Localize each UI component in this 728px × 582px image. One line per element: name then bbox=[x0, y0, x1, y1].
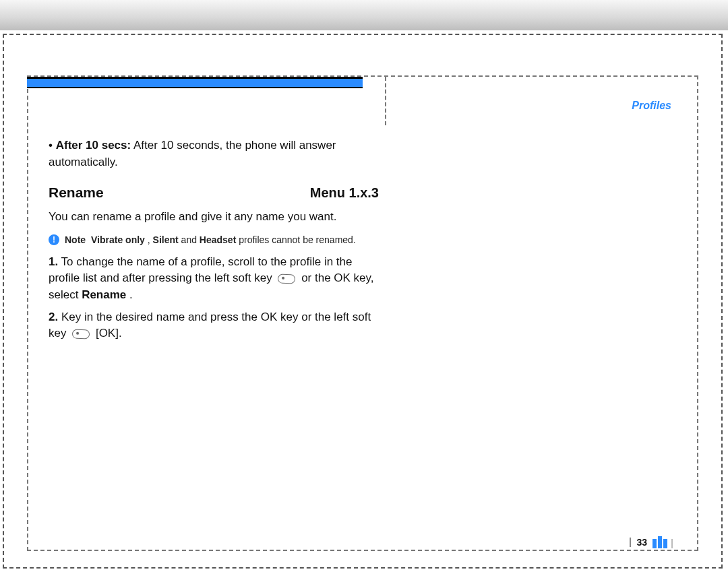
intro-paragraph: You can rename a profile and give it any… bbox=[49, 209, 379, 226]
softkey-icon bbox=[278, 273, 295, 284]
note-bold-1: Vibrate only bbox=[91, 234, 145, 245]
heading-menu-path: Menu 1.x.3 bbox=[310, 183, 379, 203]
note-bold-2: Silent bbox=[153, 234, 179, 245]
step-1-bold: Rename bbox=[82, 288, 126, 301]
column-divider bbox=[385, 77, 386, 125]
note-body: Note Vibrate only , Silent and Headset p… bbox=[65, 233, 356, 247]
step-2-num: 2. bbox=[49, 311, 58, 323]
heading-title: Rename bbox=[49, 183, 104, 203]
note-label: Note bbox=[65, 234, 86, 245]
bullet-lead: After 10 secs: bbox=[56, 139, 131, 152]
page-number: 33 bbox=[636, 537, 647, 548]
footer-divider-icon bbox=[630, 538, 631, 547]
bullet-after-10-secs: • After 10 secs: After 10 seconds, the p… bbox=[49, 137, 379, 170]
softkey-icon bbox=[72, 329, 90, 339]
note-block: ! Note Vibrate only , Silent and Headset… bbox=[49, 233, 379, 247]
heading-row: Rename Menu 1.x.3 bbox=[49, 183, 379, 203]
step-2: 2. Key in the desired name and press the… bbox=[49, 309, 379, 342]
page-footer: 33 bbox=[630, 536, 673, 548]
note-tail: profiles cannot be renamed. bbox=[239, 234, 356, 245]
note-sep-2: and bbox=[181, 234, 200, 245]
step-1-c: . bbox=[129, 288, 133, 301]
step-2-b: [OK]. bbox=[96, 327, 122, 340]
blue-header-bar bbox=[27, 77, 363, 88]
note-sep-1: , bbox=[148, 234, 153, 245]
bullet-mark: • bbox=[49, 139, 56, 152]
page-stage: Profiles • After 10 secs: After 10 secon… bbox=[0, 0, 728, 582]
section-label: Profiles bbox=[632, 100, 671, 112]
info-icon: ! bbox=[49, 234, 59, 245]
step-1: 1. To change the name of a profile, scro… bbox=[49, 254, 379, 304]
step-1-num: 1. bbox=[49, 255, 58, 268]
note-bold-3: Headset bbox=[200, 234, 236, 245]
top-chrome-band bbox=[0, 0, 728, 30]
page-frame: Profiles • After 10 secs: After 10 secon… bbox=[3, 34, 723, 569]
main-content-column: • After 10 secs: After 10 seconds, the p… bbox=[49, 137, 379, 348]
section-tabs-icon bbox=[653, 536, 673, 548]
inner-frame: Profiles • After 10 secs: After 10 secon… bbox=[27, 75, 698, 551]
